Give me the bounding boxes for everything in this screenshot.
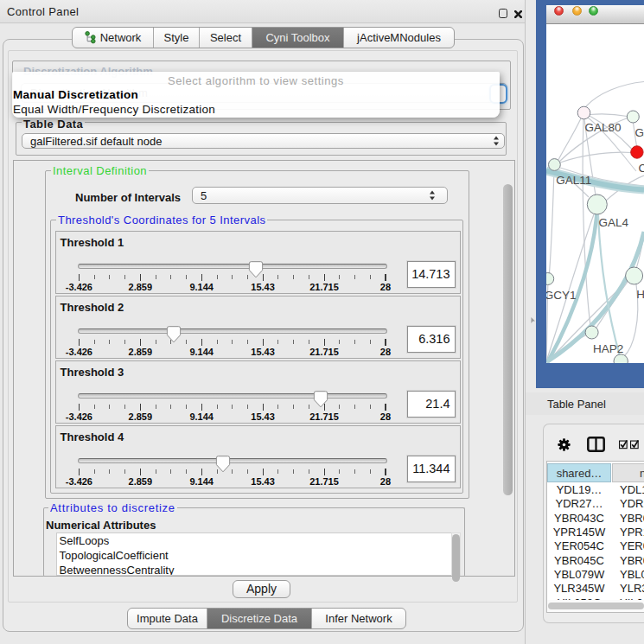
svg-text:GCY1: GCY1 [546, 289, 576, 302]
svg-text:GAL11: GAL11 [556, 174, 591, 187]
svg-text:HAP2: HAP2 [593, 342, 623, 355]
svg-text:GAL4: GAL4 [598, 216, 628, 229]
svg-text:C: C [638, 162, 644, 175]
svg-text:H: H [636, 288, 644, 301]
svg-text:GA: GA [635, 126, 644, 139]
svg-text:GAL80: GAL80 [584, 121, 621, 134]
